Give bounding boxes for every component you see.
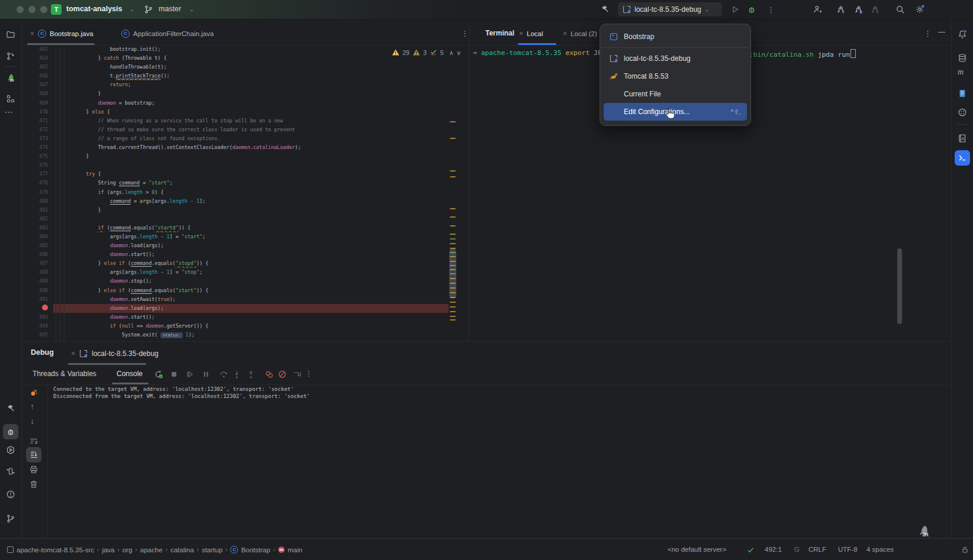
stripe-mark[interactable]: [450, 216, 456, 218]
code-line-492[interactable]: daemon.load(args);: [22, 304, 469, 313]
stripe-mark[interactable]: [450, 238, 456, 239]
line-number[interactable]: 494: [22, 322, 53, 331]
translation-toolwindow-icon[interactable]: [958, 134, 967, 143]
stripe-mark[interactable]: [450, 306, 456, 307]
stop-icon[interactable]: [169, 370, 179, 379]
line-number[interactable]: 491: [22, 295, 53, 304]
console-output[interactable]: Connected to the target VM, address: 'lo…: [53, 386, 310, 400]
code-line-484[interactable]: 484 args[args.length - 1] = "start";: [22, 232, 469, 241]
line-number[interactable]: 487: [22, 259, 53, 268]
close-icon[interactable]: ×: [563, 30, 567, 38]
breadcrumb-item[interactable]: org: [123, 546, 133, 553]
line-number[interactable]: 484: [22, 232, 53, 241]
project-toolwindow-icon[interactable]: [6, 30, 15, 39]
line-number[interactable]: 469: [22, 99, 53, 108]
branch-selector[interactable]: master: [159, 5, 181, 13]
terminal-options-kebab[interactable]: ⋮: [924, 29, 932, 38]
code-line-485[interactable]: 485 daemon.load(args);: [22, 241, 469, 250]
endpoints-toolwindow-icon[interactable]: [6, 467, 15, 476]
line-number[interactable]: 470: [22, 108, 53, 116]
code-line-474[interactable]: 474 Thread.currentThread().setContextCla…: [22, 143, 469, 152]
scroll-up-icon[interactable]: ↑: [30, 402, 34, 411]
close-icon[interactable]: ×: [71, 349, 75, 358]
terminal-scrollbar-thumb[interactable]: [897, 248, 902, 324]
breadcrumb-item[interactable]: Bootstrap: [241, 546, 270, 553]
breadcrumb-item[interactable]: java: [102, 546, 114, 553]
line-number[interactable]: 477: [22, 170, 53, 179]
debug-button[interactable]: [747, 5, 756, 14]
line-number[interactable]: 486: [22, 250, 53, 259]
code-line-466[interactable]: 466 t.printStackTrace();: [22, 72, 469, 80]
code-line-472[interactable]: 472 // thread so make sure the correct c…: [22, 125, 469, 134]
caret-position[interactable]: 492:1: [765, 539, 782, 560]
rerun-debug-icon[interactable]: [154, 370, 163, 379]
editor-tabs-options-kebab[interactable]: ⋮: [461, 29, 469, 38]
breakpoint-dot[interactable]: [22, 304, 53, 313]
run-button[interactable]: [730, 5, 740, 14]
jrebel-debug-icon[interactable]: [853, 5, 863, 14]
breadcrumb-item[interactable]: catalina: [170, 546, 194, 553]
stripe-mark[interactable]: [450, 208, 456, 209]
code-line-478[interactable]: 478 String command = "start";: [22, 179, 469, 187]
line-number[interactable]: 495: [22, 331, 53, 339]
breadcrumb-item[interactable]: startup: [202, 546, 223, 553]
search-everywhere-icon[interactable]: [895, 5, 905, 14]
notifications-bell-icon[interactable]: [958, 30, 967, 39]
debug-toolwindow-icon[interactable]: [6, 427, 15, 436]
line-number[interactable]: 480: [22, 197, 53, 206]
breadcrumb-item[interactable]: main: [288, 546, 302, 553]
line-number[interactable]: 483: [22, 224, 53, 232]
code-line-487[interactable]: 487 } else if (command.equals("stopd")) …: [22, 259, 469, 268]
tab-console[interactable]: Console: [117, 370, 143, 378]
indent-indicator[interactable]: 4 spaces: [866, 539, 894, 560]
line-number[interactable]: 485: [22, 241, 53, 250]
code-line-476[interactable]: 476: [22, 161, 469, 170]
default-server-status[interactable]: <no default server>: [668, 539, 726, 560]
stripe-mark[interactable]: [450, 316, 456, 317]
stripe-mark[interactable]: [450, 138, 456, 139]
close-icon[interactable]: ×: [30, 30, 34, 38]
debug-session-tab[interactable]: × local-tc-8.5.35-debug: [71, 342, 159, 365]
code-editor[interactable]: 463 bootstrap.init();464 } catch (Throwa…: [22, 45, 469, 341]
code-line-467[interactable]: 467 return;: [22, 80, 469, 89]
line-number[interactable]: 467: [22, 80, 53, 89]
code-line-493[interactable]: 493 daemon.start();: [22, 313, 469, 322]
code-line-488[interactable]: 488 args[args.length - 1] = "stop";: [22, 268, 469, 277]
code-line-473[interactable]: 473 // a range of class not found except…: [22, 134, 469, 143]
problems-toolwindow-icon[interactable]: [6, 490, 15, 499]
code-line-469[interactable]: 469 daemon = bootstrap;: [22, 99, 469, 108]
jrebel-toolwindow-icon[interactable]: JR: [6, 73, 15, 82]
line-number[interactable]: 481: [22, 206, 53, 215]
line-number[interactable]: 474: [22, 143, 53, 152]
line-number[interactable]: 466: [22, 72, 53, 80]
maven-toolwindow-icon[interactable]: m: [958, 67, 964, 77]
tab-bootstrap-java[interactable]: × C Bootstrap.java: [30, 22, 94, 45]
line-number[interactable]: 476: [22, 161, 53, 170]
breadcrumb-item[interactable]: apache-tomcat-8.5.35-src: [17, 546, 94, 553]
next-problem-icon[interactable]: ∨: [456, 49, 461, 56]
window-zoom-button[interactable]: [40, 6, 47, 13]
window-close-button[interactable]: [17, 6, 24, 13]
debug-title[interactable]: Debug: [31, 348, 54, 357]
line-number[interactable]: 488: [22, 268, 53, 277]
menu-item-tomcat-8-5-53[interactable]: Tomcat 8.5.53: [604, 67, 747, 85]
line-number[interactable]: 479: [22, 188, 53, 197]
stripe-mark[interactable]: [450, 225, 456, 226]
line-number[interactable]: 468: [22, 89, 53, 98]
debug-options-kebab[interactable]: ⋮: [305, 369, 312, 378]
menu-item-local-tc-8-5-35-debug[interactable]: local-tc-8.5.35-debug: [604, 50, 747, 67]
stripe-mark[interactable]: [450, 234, 456, 235]
breadcrumb-item[interactable]: apache: [140, 546, 163, 553]
clear-console-trash-icon[interactable]: [29, 480, 38, 489]
code-line-483[interactable]: 483 if (command.equals("startd")) {: [22, 224, 469, 232]
editor-scrollbar-thumb[interactable]: [449, 248, 456, 299]
line-number[interactable]: 489: [22, 277, 53, 286]
stripe-mark[interactable]: [450, 311, 456, 312]
project-selector[interactable]: tomcat-analysis: [66, 5, 122, 13]
encoding-indicator[interactable]: UTF-8: [838, 539, 858, 560]
plugin-circle-toolwindow-icon[interactable]: [958, 108, 967, 117]
line-number[interactable]: 475: [22, 152, 53, 161]
line-number[interactable]: 465: [22, 63, 53, 72]
commit-toolwindow-icon[interactable]: [6, 51, 15, 61]
more-toolwindows-icon[interactable]: ⋯: [5, 107, 13, 116]
